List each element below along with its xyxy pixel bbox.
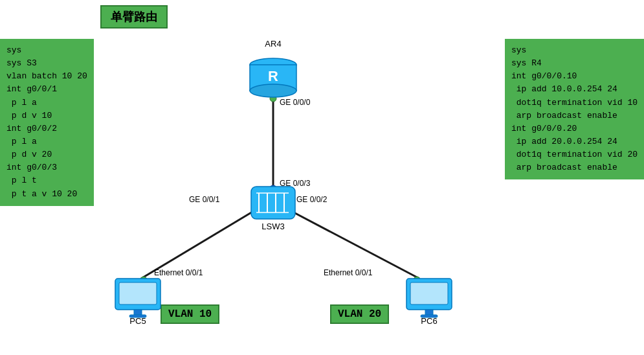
svg-rect-14 <box>251 187 295 219</box>
svg-point-8 <box>414 277 420 283</box>
svg-text:PC5: PC5 <box>129 316 146 326</box>
svg-rect-27 <box>406 279 452 310</box>
svg-point-5 <box>252 201 259 207</box>
svg-rect-30 <box>421 315 438 317</box>
svg-rect-28 <box>410 282 448 304</box>
svg-text:GE 0/0/0: GE 0/0/0 <box>280 98 311 107</box>
svg-text:GE 0/0/3: GE 0/0/3 <box>280 179 311 188</box>
svg-text:Ethernet 0/0/1: Ethernet 0/0/1 <box>324 268 373 277</box>
svg-text:AR4: AR4 <box>265 39 281 49</box>
svg-point-3 <box>270 95 276 102</box>
svg-text:LSW3: LSW3 <box>261 222 284 231</box>
svg-point-9 <box>250 58 296 71</box>
page-title: 单臂路由 <box>100 5 168 29</box>
left-config-box: sys sys S3 vlan batch 10 20 int g0/0/1 p… <box>0 39 94 206</box>
svg-rect-10 <box>250 65 296 91</box>
svg-point-11 <box>250 84 296 97</box>
svg-point-7 <box>140 277 147 283</box>
svg-text:R: R <box>268 68 278 84</box>
svg-text:GE 0/0/2: GE 0/0/2 <box>296 195 328 204</box>
svg-rect-23 <box>119 282 157 304</box>
svg-point-4 <box>269 185 277 193</box>
svg-text:Ethernet 0/0/1: Ethernet 0/0/1 <box>154 268 203 277</box>
svg-text:GE 0/0/1: GE 0/0/1 <box>189 195 220 204</box>
vlan10-label: VLAN 10 <box>161 304 219 324</box>
vlan20-label: VLAN 20 <box>330 304 389 324</box>
svg-rect-24 <box>134 310 142 315</box>
svg-rect-29 <box>425 310 433 315</box>
svg-text:PC6: PC6 <box>421 316 437 326</box>
svg-line-1 <box>141 206 262 279</box>
svg-rect-25 <box>129 315 146 317</box>
svg-rect-22 <box>115 279 161 310</box>
svg-point-6 <box>287 201 293 207</box>
svg-line-2 <box>282 206 419 279</box>
right-config-box: sys sys R4 int g0/0/0.10 ip add 10.0.0.2… <box>505 39 644 179</box>
